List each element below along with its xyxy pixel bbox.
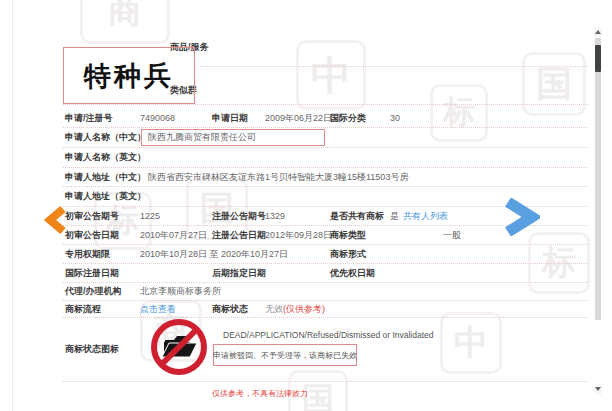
scroll-down-icon[interactable] bbox=[594, 384, 602, 394]
next-arrow-icon[interactable] bbox=[502, 198, 540, 236]
scroll-up-icon[interactable] bbox=[594, 27, 602, 37]
status-value: 无效 bbox=[265, 303, 283, 313]
reg-pub-date-label: 注册公告日期 bbox=[212, 228, 266, 241]
term-label: 专用权期限 bbox=[65, 247, 110, 260]
first-pub-no-value: 1225 bbox=[140, 211, 160, 221]
addr-cn-label: 申请人地址（中文） bbox=[65, 170, 146, 183]
status-chinese-text: 申请被驳回、不予受理等，该商标已失效 bbox=[213, 350, 357, 361]
intl-class-label: 国际分类 bbox=[330, 111, 366, 124]
trademark-image-text: 特种兵 bbox=[84, 57, 174, 94]
first-pub-date-label: 初审公告日期 bbox=[65, 228, 119, 241]
is-shared-label: 是否共有商标 bbox=[330, 209, 384, 222]
watermark-seal: 商 bbox=[80, 0, 170, 44]
status-chinese-annotation-box: 申请被驳回、不予受理等，该商标已失效 bbox=[213, 344, 357, 366]
trademark-detail-page: 商 中 国 标 国 标 标 商 中 国 特种兵 商品/服务 类似群 申请/注册号… bbox=[0, 0, 612, 411]
reg-no-value: 7490068 bbox=[140, 113, 175, 123]
page-left-border bbox=[12, 0, 13, 411]
watermark-seal: 国 bbox=[522, 52, 586, 116]
late-designation-label: 后期指定日期 bbox=[212, 266, 266, 279]
status-label: 商标状态 bbox=[212, 302, 248, 315]
term-value: 2010年10月28日 至 2020年10月27日 bbox=[140, 247, 288, 260]
applicant-cn-label: 申请人名称（中文） bbox=[65, 131, 146, 144]
reg-no-label: 申请/注册号 bbox=[65, 111, 113, 124]
process-view-link[interactable]: 点击查看 bbox=[140, 302, 176, 315]
trademark-image-annotation-box: 特种兵 bbox=[63, 47, 195, 104]
applicant-name-annotation-box: 陕西九腾商贸有限责任公司 bbox=[141, 129, 325, 146]
watermark-char: 商 bbox=[108, 0, 142, 34]
status-note: (仅供参考) bbox=[283, 303, 325, 313]
tm-type-label: 商标类型 bbox=[330, 228, 366, 241]
co-owner-list-link[interactable]: 共有人列表 bbox=[403, 209, 448, 222]
intl-reg-date-label: 国际注册日期 bbox=[65, 266, 119, 279]
status-icon-row: 商标状态图标 DEAD/APPLICATION/Refused/Dismisse… bbox=[63, 317, 588, 382]
table-row: 国际注册日期 后期指定日期 优先权日期 bbox=[63, 263, 588, 283]
scrollbar[interactable] bbox=[594, 0, 602, 411]
status-icon-label: 商标状态图标 bbox=[65, 343, 119, 356]
tm-form-label: 商标形式 bbox=[330, 247, 366, 260]
status-english-text: DEAD/APPLICATION/Refused/Dismissed or In… bbox=[223, 330, 434, 340]
scrollbar-thumb[interactable] bbox=[595, 45, 601, 72]
table-row: 申请人名称（中文） 陕西九腾商贸有限责任公司 bbox=[63, 127, 588, 148]
watermark-char: 中 bbox=[311, 48, 351, 103]
watermark-seal: 中 bbox=[296, 40, 366, 110]
prev-arrow-icon[interactable] bbox=[44, 206, 66, 234]
table-row: 代理/办理机构 北京李顺商标事务所 bbox=[63, 282, 588, 301]
first-pub-no-label: 初审公告期号 bbox=[65, 209, 119, 222]
tm-type-value: 一般 bbox=[443, 228, 461, 241]
apply-date-value: 2009年06月22日 bbox=[265, 111, 332, 124]
reg-pub-no-label: 注册公告期号 bbox=[212, 209, 266, 222]
addr-cn-value: 陕西省西安市碑林区友谊东路1号贝特智能大厦3幢15楼11503号房 bbox=[148, 170, 408, 183]
table-row: 专用权期限 2010年10月28日 至 2020年10月27日 商标形式 bbox=[63, 244, 588, 264]
addr-en-label: 申请人地址（英文） bbox=[65, 190, 146, 203]
reg-pub-date-value: 2012年09月28日 bbox=[265, 228, 332, 241]
applicant-cn-value: 陕西九腾商贸有限责任公司 bbox=[148, 131, 256, 144]
scrollbar-track[interactable] bbox=[595, 38, 601, 320]
table-row: 申请/注册号 7490068 申请日期 2009年06月22日 国际分类 30 bbox=[63, 108, 588, 128]
is-shared-value: 是 bbox=[390, 209, 399, 222]
intl-class-value: 30 bbox=[390, 113, 400, 123]
table-row: 商标流程 点击查看 商标状态 无效(仅供参考) bbox=[63, 300, 588, 318]
priority-date-label: 优先权日期 bbox=[330, 266, 375, 279]
reg-pub-no-value: 1329 bbox=[265, 211, 285, 221]
table-row: 申请人名称（英文） bbox=[63, 147, 588, 168]
first-pub-date-value: 2010年07月27日 bbox=[140, 228, 207, 241]
process-label: 商标流程 bbox=[65, 302, 101, 315]
agency-label: 代理/办理机构 bbox=[65, 285, 122, 298]
dead-trademark-prohibition-folder-icon bbox=[150, 318, 208, 376]
applicant-en-label: 申请人名称（英文） bbox=[65, 151, 146, 164]
row-divider bbox=[200, 66, 588, 67]
agency-value: 北京李顺商标事务所 bbox=[140, 285, 221, 298]
disclaimer-note: 仅供参考，不具有法律效力 bbox=[212, 388, 308, 399]
table-row: 申请人地址（中文） 陕西省西安市碑林区友谊东路1号贝特智能大厦3幢15楼1150… bbox=[63, 167, 588, 187]
row-divider bbox=[63, 104, 588, 105]
apply-date-label: 申请日期 bbox=[212, 111, 248, 124]
